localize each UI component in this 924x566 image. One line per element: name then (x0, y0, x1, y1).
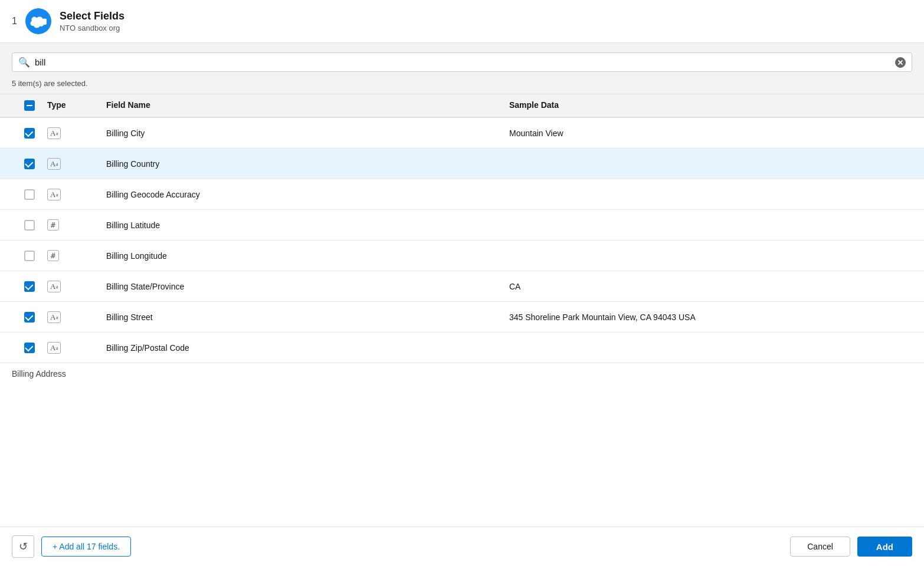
col-type: Type (47, 100, 106, 111)
row-checkbox[interactable] (24, 128, 35, 139)
row-type: Aa (47, 311, 106, 323)
table-row: # Billing Latitude (0, 210, 924, 241)
table-row: Aa Billing Country (0, 149, 924, 179)
row-type: Aa (47, 342, 106, 354)
reset-button[interactable]: ↺ (12, 535, 34, 558)
table-row: Aa Billing Zip/Postal Code (0, 333, 924, 363)
footer-left: ↺ + Add all 17 fields. (12, 535, 131, 558)
text-type-icon: Aa (47, 127, 61, 139)
add-button[interactable]: Add (857, 537, 912, 557)
text-type-icon: Aa (47, 281, 61, 292)
text-type-icon: Aa (47, 158, 61, 170)
row-checkbox[interactable] (24, 189, 35, 200)
row-field-name: Billing Geocode Accuracy (106, 190, 509, 199)
select-all-checkbox[interactable] (24, 100, 35, 111)
row-field-name: Billing Street (106, 312, 509, 322)
table-header-row: Type Field Name Sample Data (0, 94, 924, 118)
row-checkbox-cell[interactable] (12, 189, 47, 200)
row-field-name: Billing Latitude (106, 221, 509, 230)
row-type: Aa (47, 189, 106, 200)
row-checkbox-cell[interactable] (12, 159, 47, 169)
hash-type-icon: # (47, 250, 59, 261)
row-checkbox-cell[interactable] (12, 343, 47, 353)
row-type: Aa (47, 127, 106, 139)
billing-address-label: Billing Address (0, 363, 924, 384)
dialog-footer: ↺ + Add all 17 fields. Cancel Add (0, 526, 924, 566)
row-field-name: Billing Zip/Postal Code (106, 343, 509, 353)
text-type-icon: Aa (47, 189, 61, 200)
row-checkbox-cell[interactable] (12, 312, 47, 323)
row-checkbox[interactable] (24, 220, 35, 231)
row-field-name: Billing Longitude (106, 251, 509, 261)
footer-right: Cancel Add (790, 537, 912, 557)
step-number: 1 (12, 16, 17, 27)
search-input[interactable] (35, 57, 895, 67)
hash-type-icon: # (47, 219, 59, 231)
text-type-icon: Aa (47, 342, 61, 354)
add-all-button[interactable]: + Add all 17 fields. (41, 537, 131, 557)
row-checkbox[interactable] (24, 281, 35, 292)
header-title-block: Select Fields NTO sandbox org (60, 10, 124, 32)
page-title: Select Fields (60, 10, 124, 22)
row-checkbox[interactable] (24, 251, 35, 261)
row-checkbox-cell[interactable] (12, 220, 47, 231)
row-sample-data: Mountain View (509, 129, 912, 138)
search-clear-button[interactable] (895, 57, 906, 68)
table-row: Aa Billing State/Province CA (0, 271, 924, 302)
row-type: Aa (47, 158, 106, 170)
row-sample-data: CA (509, 282, 912, 291)
page-subtitle: NTO sandbox org (60, 24, 124, 32)
row-sample-data: 345 Shoreline Park Mountain View, CA 940… (509, 312, 912, 322)
search-area: 🔍 5 item(s) are selected. (0, 43, 924, 94)
selection-status: 5 item(s) are selected. (12, 79, 912, 94)
col-sample-data: Sample Data (509, 100, 912, 111)
row-checkbox[interactable] (24, 159, 35, 169)
row-type: Aa (47, 281, 106, 292)
row-checkbox[interactable] (24, 343, 35, 353)
row-field-name: Billing City (106, 129, 509, 138)
fields-table: Type Field Name Sample Data Aa Billing C… (0, 94, 924, 363)
table-row: Aa Billing Street 345 Shoreline Park Mou… (0, 302, 924, 333)
reset-icon: ↺ (19, 540, 28, 553)
text-type-icon: Aa (47, 311, 61, 323)
table-row: Aa Billing Geocode Accuracy (0, 179, 924, 210)
row-checkbox[interactable] (24, 312, 35, 323)
search-bar-container: 🔍 (12, 52, 912, 72)
row-field-name: Billing Country (106, 159, 509, 169)
col-field-name: Field Name (106, 100, 509, 111)
row-field-name: Billing State/Province (106, 282, 509, 291)
cancel-button[interactable]: Cancel (790, 537, 850, 557)
dialog-header: 1 Select Fields NTO sandbox org (0, 0, 924, 43)
row-type: # (47, 219, 106, 231)
search-icon: 🔍 (18, 57, 30, 68)
row-checkbox-cell[interactable] (12, 128, 47, 139)
row-checkbox-cell[interactable] (12, 281, 47, 292)
row-type: # (47, 250, 106, 261)
row-checkbox-cell[interactable] (12, 251, 47, 261)
table-row: # Billing Longitude (0, 241, 924, 271)
header-checkbox-cell[interactable] (12, 100, 47, 111)
table-row: Aa Billing City Mountain View (0, 118, 924, 149)
salesforce-logo (25, 8, 51, 34)
